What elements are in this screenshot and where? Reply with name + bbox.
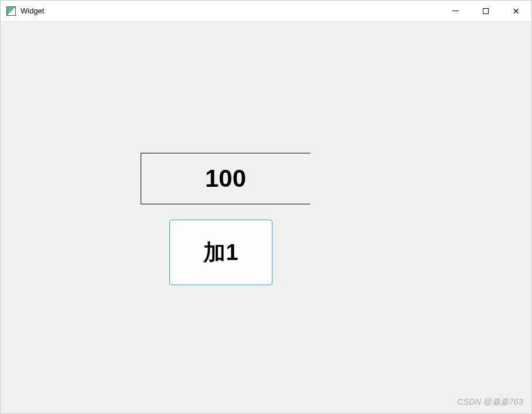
- titlebar-left: Widget: [1, 6, 44, 16]
- minimize-button[interactable]: [440, 1, 470, 21]
- app-icon: [6, 6, 16, 16]
- window-title: Widget: [21, 6, 44, 15]
- client-area: 100 加1 CSDN @淼淼763: [1, 22, 531, 413]
- minimize-icon: [452, 11, 459, 11]
- window-controls: ✕: [440, 1, 531, 21]
- counter-display: 100: [141, 153, 310, 204]
- watermark-text: CSDN @淼淼763: [458, 397, 523, 408]
- close-button[interactable]: ✕: [501, 1, 531, 21]
- maximize-icon: [483, 8, 489, 14]
- app-window: Widget ✕ 100 加1 CSDN @淼淼763: [0, 0, 532, 414]
- titlebar: Widget ✕: [1, 1, 531, 22]
- maximize-button[interactable]: [470, 1, 501, 21]
- increment-button[interactable]: 加1: [169, 220, 272, 285]
- close-icon: ✕: [513, 7, 520, 15]
